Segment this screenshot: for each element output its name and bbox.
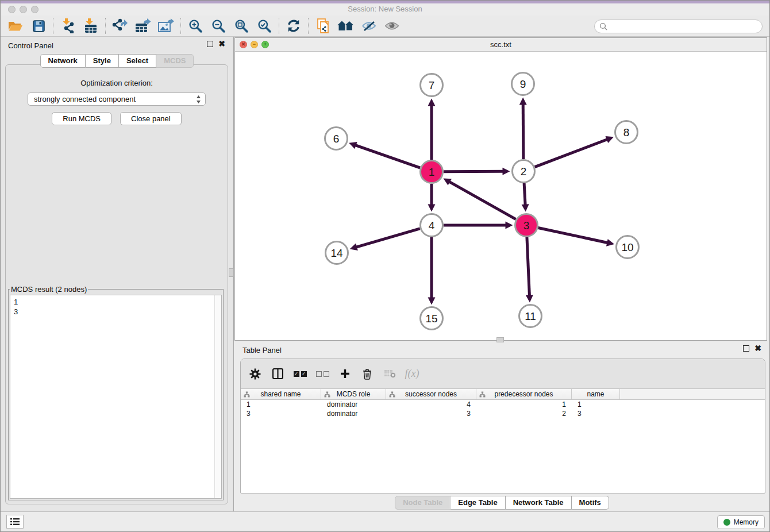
table-cell[interactable]: 2: [476, 409, 572, 418]
minimize-window-button[interactable]: [20, 6, 27, 13]
tab-mcds[interactable]: MCDS: [156, 54, 194, 68]
table-cell[interactable]: 1: [572, 400, 620, 409]
network-close-button[interactable]: ✕: [240, 41, 247, 48]
horizontal-splitter-grip[interactable]: [496, 337, 504, 342]
close-panel-button[interactable]: Close panel: [120, 112, 182, 125]
fx-icon: f(x): [405, 368, 419, 380]
table-row[interactable]: 3dominator323: [241, 409, 765, 418]
delete-table-button[interactable]: [382, 365, 397, 383]
graph-node-14[interactable]: 14: [326, 242, 348, 264]
import-network-button[interactable]: [56, 17, 79, 35]
close-panel-icon[interactable]: ✖: [754, 345, 761, 352]
show-graphics-button[interactable]: [380, 17, 403, 35]
delete-column-button[interactable]: [360, 365, 375, 383]
optimization-criterion-select[interactable]: strongly connected component: [28, 92, 206, 106]
export-network-button[interactable]: [109, 17, 132, 35]
graph-node-1[interactable]: 1: [421, 161, 443, 183]
zoom-in-icon: [188, 19, 202, 33]
tab-edge-table[interactable]: Edge Table: [451, 496, 505, 510]
edge-1-6: [355, 145, 421, 168]
graph-node-10[interactable]: 10: [617, 236, 639, 259]
mcds-result-textarea[interactable]: 13: [10, 295, 222, 499]
memory-button[interactable]: Memory: [717, 515, 765, 529]
export-table-button[interactable]: [132, 17, 155, 35]
graph-node-4[interactable]: 4: [421, 214, 443, 237]
column-header-successor-nodes[interactable]: successor nodes: [386, 389, 476, 399]
graph-node-15[interactable]: 15: [421, 307, 443, 330]
open-session-button[interactable]: [4, 17, 27, 35]
table-cell[interactable]: dominator: [321, 409, 386, 418]
float-panel-icon[interactable]: [207, 41, 213, 47]
add-column-button[interactable]: [337, 365, 352, 383]
close-panel-icon[interactable]: ✖: [218, 41, 225, 47]
vertical-splitter-grip[interactable]: [229, 268, 234, 277]
network-maximize-button[interactable]: +: [261, 41, 269, 48]
table-cell[interactable]: 3: [572, 409, 620, 418]
graph-node-3[interactable]: 3: [515, 214, 538, 237]
graph-node-6[interactable]: 6: [325, 128, 348, 150]
column-header-MCDS-role[interactable]: MCDS role: [321, 389, 386, 399]
zoom-fit-button[interactable]: [230, 17, 253, 35]
table-cell[interactable]: 1: [241, 400, 321, 409]
select-all-button[interactable]: ✓✓: [292, 365, 307, 383]
zoom-selected-button[interactable]: [253, 17, 276, 35]
column-header-shared-name[interactable]: shared name: [241, 389, 321, 399]
import-table-button[interactable]: [79, 17, 102, 35]
graph-node-7[interactable]: 7: [421, 74, 443, 97]
search-input[interactable]: [607, 22, 762, 31]
graph-node-11[interactable]: 11: [519, 305, 542, 327]
edge-4-14: [356, 229, 420, 247]
zoom-in-button[interactable]: [184, 17, 207, 35]
float-panel-icon[interactable]: [743, 345, 749, 352]
table-cell[interactable]: dominator: [321, 400, 386, 409]
tab-select[interactable]: Select: [119, 54, 156, 68]
table-cell[interactable]: 1: [476, 400, 572, 409]
table-row[interactable]: 1dominator411: [241, 400, 765, 409]
table-tabs: Node TableEdge TableNetwork TableMotifs: [234, 496, 769, 510]
close-window-button[interactable]: [8, 6, 16, 13]
show-columns-button[interactable]: [270, 365, 285, 383]
control-panel-tabs: NetworkStyleSelectMCDS: [1, 54, 233, 68]
save-session-button[interactable]: [27, 17, 50, 35]
run-mcds-button[interactable]: Run MCDS: [52, 112, 111, 125]
refresh-button[interactable]: [282, 17, 305, 35]
zoom-window-button[interactable]: [31, 6, 38, 13]
tab-network-table[interactable]: Network Table: [506, 496, 572, 510]
network-window-titlebar[interactable]: ✕ − + scc.txt: [235, 38, 767, 52]
tab-node-table[interactable]: Node Table: [395, 496, 451, 510]
column-type-icon: [389, 391, 395, 398]
table-cell[interactable]: 3: [386, 409, 476, 418]
network-canvas[interactable]: 7968124314101511: [235, 52, 767, 340]
tab-network[interactable]: Network: [40, 54, 86, 68]
tab-style[interactable]: Style: [86, 54, 119, 68]
home-button[interactable]: [334, 17, 357, 35]
svg-text:6: 6: [333, 133, 340, 145]
deselect-all-button[interactable]: [315, 365, 330, 383]
copy-network-view-button[interactable]: [311, 17, 334, 35]
export-image-button[interactable]: [155, 17, 178, 35]
function-builder-button[interactable]: f(x): [405, 365, 419, 383]
arrowhead-4-3: [506, 222, 513, 229]
tab-motifs[interactable]: Motifs: [572, 496, 609, 510]
edge-2-9: [523, 103, 523, 159]
zoom-out-button[interactable]: [207, 17, 230, 35]
unchecked-boxes-icon: [316, 371, 329, 377]
toolbar-separator: [308, 18, 309, 34]
show-log-button[interactable]: [6, 515, 24, 529]
table-settings-button[interactable]: [248, 365, 263, 383]
table-cell[interactable]: 3: [241, 409, 321, 418]
column-header-predecessor-nodes[interactable]: predecessor nodes: [476, 389, 572, 399]
table-cell[interactable]: 4: [386, 400, 476, 409]
window-title: Session: New Session: [1, 3, 769, 15]
graph-node-9[interactable]: 9: [512, 73, 534, 95]
column-header-name[interactable]: name: [572, 389, 620, 399]
hide-graphics-button[interactable]: [357, 17, 380, 35]
table-header-row: shared nameMCDS rolesuccessor nodesprede…: [241, 388, 765, 400]
search-field[interactable]: [594, 20, 763, 33]
graph-node-8[interactable]: 8: [615, 121, 638, 144]
network-minimize-button[interactable]: −: [251, 41, 258, 48]
network-window-title: scc.txt: [235, 38, 767, 51]
graph-node-2[interactable]: 2: [513, 160, 535, 183]
svg-text:11: 11: [525, 310, 536, 322]
result-scrollbar[interactable]: [214, 295, 221, 498]
